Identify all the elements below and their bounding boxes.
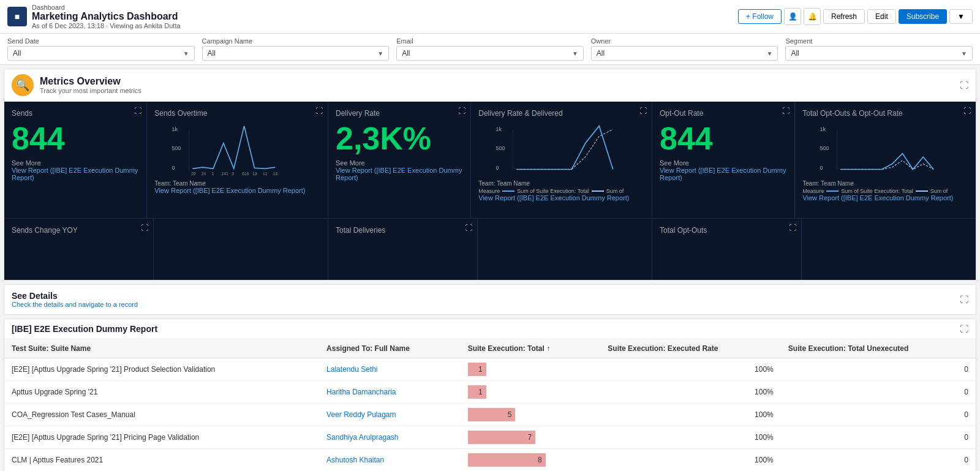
see-details-section: See Details Check the details and naviga… [4,284,976,315]
filters-bar: Send Date All ▼ Campaign Name All ▼ Emai… [0,34,980,65]
sends-overtime-team-label: Team: Team Name [154,180,320,187]
filter-campaign-name: Campaign Name All ▼ [202,37,390,61]
total-optouts-optout-rate-expand-icon[interactable]: ⛶ [963,107,971,115]
metrics-subtitle: Track your most important metrics [40,87,141,94]
delivery-delivered-measure: Measure Sum of Suite Execution: Total Su… [478,188,644,194]
metrics-icon: 🔍 [12,74,34,96]
sends-title: Sends [12,109,139,118]
header-actions: + Follow 👤 🔔 Refresh Edit Subscribe ▼ [738,8,973,25]
subscribe-button[interactable]: Subscribe [899,9,947,24]
cell-executed-rate: 100% [600,381,780,404]
table-expand-icon[interactable]: ⛶ [960,324,968,334]
breadcrumb: Dashboard [32,4,181,11]
svg-text:1: 1 [212,171,214,176]
cell-suite-name: [E2E] [Apttus Upgrade Spring '21] Pricin… [4,426,319,449]
svg-text:0: 0 [172,165,175,171]
cell-assigned-to[interactable]: Lalatendu Sethi [319,358,461,381]
cell-suite-name: COA_Regression Test Cases_Manual [4,404,319,426]
svg-text:500: 500 [496,145,505,151]
total-deliveries-card: ⛶ Total Deliveries [328,219,478,280]
delivery-delivered-view-report[interactable]: View Report ([IBE] E2E Execution Dummy R… [478,194,644,202]
table-header-row: Test Suite: Suite Name Assigned To: Full… [4,339,976,358]
measure-label-1: Sum of Suite Execution: Total [517,188,589,194]
cell-assigned-to[interactable]: Ashutosh Khaitan [319,449,461,472]
cell-assigned-to[interactable]: Sandhiya Arulpragash [319,426,461,449]
edit-button[interactable]: Edit [867,9,896,24]
sends-see-more: See More [12,159,139,167]
delivery-rate-delivered-expand-icon[interactable]: ⛶ [639,107,647,115]
filter-segment: Segment All ▼ [785,37,973,61]
filter-email-select[interactable]: All ▼ [396,46,584,61]
metrics-title: Metrics Overview [40,76,141,87]
sends-overtime-card: ⛶ Sends Overtime 1k 500 0 20 24 1 141 3 … [147,102,328,218]
metrics-expand-icon[interactable]: ⛶ [960,80,968,90]
bell-icon[interactable]: 🔔 [804,8,821,25]
sends-view-report[interactable]: View Report ([IBE] E2E Execution Dummy R… [12,167,139,181]
header-left: ■ Dashboard Marketing Analytics Dashboar… [7,4,181,29]
sends-overtime-title: Sends Overtime [154,109,320,118]
bar-value: 1 [478,365,483,374]
cell-assigned-to[interactable]: Haritha Damancharia [319,381,461,404]
sends-value: 844 [12,122,139,154]
see-details-subtitle[interactable]: Check the details and navigate to a reco… [12,301,138,308]
opt-out-rate-expand-icon[interactable]: ⛶ [782,107,790,115]
svg-text:500: 500 [172,145,181,151]
svg-text:13: 13 [252,171,257,176]
total-optouts-legend-line-1 [826,190,839,192]
cell-unexecuted: 0 [781,404,976,426]
delivery-rate-view-report[interactable]: View Report ([IBE] E2E Execution Dummy R… [336,167,463,181]
dropdown-arrow[interactable]: ▼ [949,9,973,24]
share-icon[interactable]: 👤 [784,8,801,25]
col-assigned-to: Assigned To: Full Name [319,339,461,358]
filter-segment-select[interactable]: All ▼ [785,46,973,61]
sends-card: ⛶ Sends 844 See More View Report ([IBE] … [4,102,147,218]
svg-text:0: 0 [820,165,823,171]
opt-out-rate-card: ⛶ Opt-Out Rate 844 See More View Report … [652,102,795,218]
table-section-header: [IBE] E2E Execution Dummy Report ⛶ [4,319,976,339]
total-optouts-measure-text: Measure [802,188,824,194]
sends-change-yoy-expand-icon[interactable]: ⛶ [141,224,148,232]
filter-send-date-label: Send Date [7,37,195,45]
delivery-rate-delivered-chart: 1k 500 0 [478,122,644,178]
cell-suite-name: Apttus Upgrade Spring '21 [4,381,319,404]
table-container: Test Suite: Suite Name Assigned To: Full… [4,339,976,471]
svg-text:1k: 1k [820,126,826,132]
metrics-row-2: ⛶ Sends Change YOY ⛶ Total Deliveries ⛶ … [4,218,976,280]
delivery-rate-title: Delivery Rate [336,109,463,118]
sends-overtime-expand-icon[interactable]: ⛶ [315,107,323,115]
follow-button[interactable]: + Follow [738,9,782,24]
dashboard-icon: ■ [7,7,27,26]
bar-value: 7 [528,433,532,442]
see-details-expand-icon[interactable]: ⛶ [960,295,968,304]
filter-campaign-select[interactable]: All ▼ [202,46,390,61]
cell-total: 7 [461,426,601,449]
cell-executed-rate: 100% [600,426,780,449]
delivery-rate-value: 2,3K% [336,122,463,154]
opt-out-rate-view-report[interactable]: View Report ([IBE] E2E Execution Dummy R… [660,167,787,181]
sends-overtime-chart: 1k 500 0 20 24 1 141 3 616 13 11 18 [154,122,320,178]
filter-owner-select[interactable]: All ▼ [591,46,778,61]
main-table: Test Suite: Suite Name Assigned To: Full… [4,339,976,471]
sends-overtime-view-report[interactable]: View Report ([IBE] E2E Execution Dummy R… [154,187,320,194]
filter-send-date-select[interactable]: All ▼ [7,46,195,61]
delivery-rate-expand-icon[interactable]: ⛶ [458,107,466,115]
sends-change-yoy-title: Sends Change YOY [12,226,146,235]
total-deliveries-expand-icon[interactable]: ⛶ [465,224,472,232]
cell-executed-rate: 100% [600,449,780,472]
total-optouts-optout-rate-view-report[interactable]: View Report ([IBE] E2E Execution Dummy R… [802,194,968,202]
refresh-button[interactable]: Refresh [823,9,865,24]
sends-expand-icon[interactable]: ⛶ [134,107,141,115]
metrics-row-1: ⛶ Sends 844 See More View Report ([IBE] … [4,102,976,218]
filter-campaign-arrow: ▼ [377,50,383,57]
cell-suite-name: [E2E] [Apttus Upgrade Spring '21] Produc… [4,358,319,381]
table-row: CLM | Apttus Features 2021 Ashutosh Khai… [4,449,976,472]
svg-text:1k: 1k [496,126,502,132]
filter-email: Email All ▼ [396,37,584,61]
filter-email-arrow: ▼ [572,50,578,57]
table-row: [E2E] [Apttus Upgrade Spring '21] Produc… [4,358,976,381]
bar-value: 1 [478,388,483,396]
total-opt-outs-expand-icon[interactable]: ⛶ [789,224,796,232]
delivery-delivered-row2-spacer [478,219,652,280]
total-deliveries-title: Total Deliveries [336,226,470,235]
cell-assigned-to[interactable]: Veer Reddy Pulagam [319,404,461,426]
